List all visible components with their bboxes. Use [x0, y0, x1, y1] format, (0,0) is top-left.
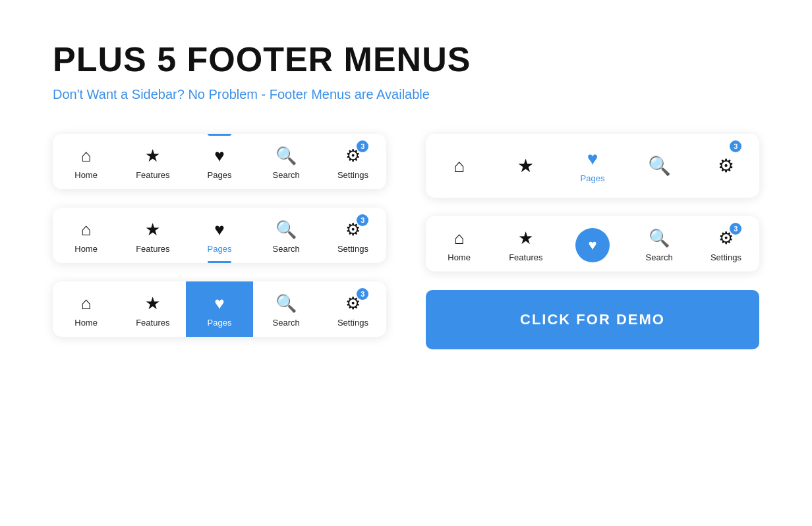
badge: 3: [357, 214, 368, 226]
circle-icon-wrap: ♥: [575, 228, 610, 262]
heart-icon: ♥: [588, 237, 596, 254]
menu-label: Search: [273, 170, 300, 180]
menu-item-features-5[interactable]: ★ Features: [119, 281, 186, 337]
heart-icon: ♥: [587, 148, 598, 169]
menu-item-pages-1[interactable]: ♥ Pages: [186, 134, 252, 189]
menu-card-5: ⌂ Home ★ Features ♥ Pages 🔍 Search 3 ⚙ S…: [53, 281, 386, 337]
menu-label: Features: [136, 244, 169, 254]
menu-item-pages-5[interactable]: ♥ Pages: [186, 281, 252, 337]
menu-item-pages-3[interactable]: ♥ Pages: [186, 208, 252, 263]
badge: 3: [357, 140, 368, 152]
search-icon: 🔍: [648, 155, 671, 177]
menu-label: Settings: [710, 252, 741, 262]
menu-label: Features: [136, 170, 169, 180]
menu-label: Settings: [337, 244, 368, 254]
menu-item-features-4[interactable]: ★ Features: [492, 216, 559, 272]
menu-item-settings-5[interactable]: 3 ⚙ Settings: [320, 281, 386, 337]
search-icon: 🔍: [276, 219, 297, 240]
heart-icon: ♥: [214, 293, 224, 314]
menu-label: Home: [74, 244, 98, 254]
star-icon: ★: [145, 219, 160, 240]
menu-item-features-2[interactable]: ★: [492, 134, 559, 198]
star-icon: ★: [517, 155, 534, 177]
menu-card-2: ⌂ ★ ♥ Pages 🔍 3 ⚙: [426, 134, 759, 198]
home-icon: ⌂: [81, 219, 92, 240]
search-icon: 🔍: [276, 146, 297, 166]
menu-label: Search: [273, 244, 300, 254]
menu-label: Pages: [581, 173, 605, 183]
gear-icon: ⚙: [718, 155, 734, 177]
home-icon: ⌂: [453, 156, 465, 177]
heart-icon: ♥: [214, 146, 224, 166]
menus-grid: ⌂ Home ★ Features ♥ Pages 🔍 Search 3 ⚙ S…: [53, 134, 759, 349]
page-heading: PLUS 5 FOOTER MENUS: [53, 40, 759, 79]
star-icon: ★: [518, 228, 533, 248]
menu-item-settings-3[interactable]: 3 ⚙ Settings: [320, 208, 386, 263]
menu-label: Settings: [337, 318, 368, 328]
menu-item-home-4[interactable]: ⌂ Home: [426, 216, 492, 272]
menu-card-4: ⌂ Home ★ Features ♥ 🔍 Search 3 ⚙ Setting…: [426, 216, 759, 272]
menu-item-settings-1[interactable]: 3 ⚙ Settings: [320, 134, 386, 189]
star-icon: ★: [145, 293, 160, 314]
menu-item-search-3[interactable]: 🔍 Search: [253, 208, 320, 263]
menu-label: Settings: [337, 170, 368, 180]
menu-label: Pages: [208, 170, 232, 180]
menu-item-home-1[interactable]: ⌂ Home: [53, 134, 119, 189]
menu-label: Home: [74, 170, 98, 180]
menu-label: Search: [273, 318, 300, 328]
menu-item-home-5[interactable]: ⌂ Home: [53, 281, 119, 337]
star-icon: ★: [145, 146, 160, 166]
home-icon: ⌂: [81, 146, 92, 166]
search-icon: 🔍: [649, 228, 670, 248]
menu-label: Pages: [208, 318, 232, 328]
menu-card-1: ⌂ Home ★ Features ♥ Pages 🔍 Search 3 ⚙ S…: [53, 134, 386, 189]
badge: 3: [357, 288, 368, 300]
menu-item-features-1[interactable]: ★ Features: [119, 134, 186, 189]
menu-label: Home: [74, 318, 98, 328]
menu-item-search-1[interactable]: 🔍 Search: [253, 134, 320, 189]
heart-icon: ♥: [214, 219, 224, 240]
menu-label: Home: [448, 252, 471, 262]
menu-label: Search: [646, 252, 673, 262]
search-icon: 🔍: [276, 293, 297, 314]
menu-label: Features: [509, 252, 542, 262]
menu-item-settings-4[interactable]: 3 ⚙ Settings: [693, 216, 759, 272]
menu-item-home-2[interactable]: ⌂: [426, 134, 492, 198]
home-icon: ⌂: [81, 293, 92, 314]
page-subtitle: Don't Want a Sidebar? No Problem - Foote…: [53, 87, 759, 102]
badge: 3: [730, 223, 741, 235]
menu-item-features-3[interactable]: ★ Features: [119, 208, 186, 263]
demo-button[interactable]: CLICK FOR DEMO: [426, 290, 759, 349]
menu-card-3: ⌂ Home ★ Features ♥ Pages 🔍 Search 3 ⚙ S…: [53, 208, 386, 263]
menu-item-pages-4[interactable]: ♥: [559, 216, 625, 272]
menu-item-home-3[interactable]: ⌂ Home: [53, 208, 119, 263]
menu-item-pages-2[interactable]: ♥ Pages: [559, 134, 625, 198]
menu-label: Pages: [208, 244, 232, 254]
menu-item-search-2[interactable]: 🔍: [626, 134, 693, 198]
right-col: ⌂ ★ ♥ Pages 🔍 3 ⚙ ⌂ Home ★: [426, 134, 759, 349]
menu-item-settings-2[interactable]: 3 ⚙: [693, 134, 759, 198]
menu-item-search-5[interactable]: 🔍 Search: [253, 281, 320, 337]
badge: 3: [730, 140, 741, 152]
menu-item-search-4[interactable]: 🔍 Search: [626, 216, 693, 272]
home-icon: ⌂: [454, 228, 465, 248]
menu-label: Features: [136, 318, 169, 328]
left-col: ⌂ Home ★ Features ♥ Pages 🔍 Search 3 ⚙ S…: [53, 134, 386, 349]
